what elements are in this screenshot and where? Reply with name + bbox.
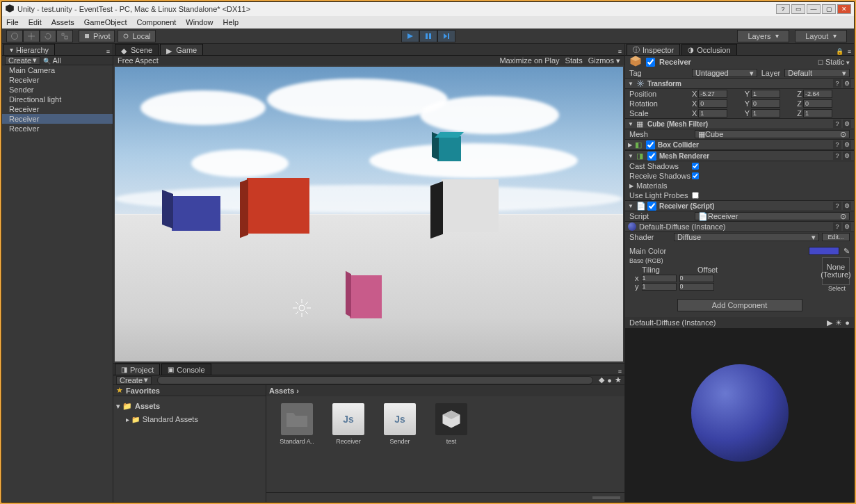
hand-tool[interactable] [6, 30, 23, 42]
local-toggle[interactable]: Local [118, 30, 155, 42]
filter-icon[interactable]: ◆ [599, 375, 604, 384]
help-icon[interactable]: ? [833, 202, 841, 210]
help-icon[interactable]: ? [833, 222, 841, 231]
menu-window[interactable]: Window [186, 18, 213, 26]
meshfilter-component-header[interactable]: ▼▦Cube (Mesh Filter) ?⚙ [625, 118, 854, 129]
favorites-header[interactable]: ★Favorites [113, 385, 266, 396]
hierarchy-item[interactable]: Sender [2, 85, 113, 95]
meshrenderer-component-header[interactable]: ▼◨Mesh Renderer ?⚙ [625, 150, 854, 161]
receive-shadows[interactable] [692, 172, 699, 179]
pos-z[interactable] [803, 90, 832, 98]
tiling-x[interactable] [642, 275, 677, 282]
shader-dropdown[interactable]: Diffuse▾ [674, 233, 819, 241]
gear-icon[interactable]: ⚙ [843, 202, 851, 210]
rotate-tool[interactable] [40, 30, 56, 42]
panel-menu-icon[interactable]: ≡ [618, 368, 622, 375]
tab-inspector[interactable]: ⓘ Inspector [627, 44, 680, 55]
help-icon[interactable]: ? [833, 140, 841, 149]
maximize-button[interactable]: ▢ [822, 4, 836, 14]
menu-gameobject[interactable]: GameObject [84, 18, 127, 26]
hierarchy-item[interactable]: Receiver [2, 75, 113, 85]
mesh-field[interactable]: ▦ Cube⊙ [695, 130, 850, 138]
material-header[interactable]: Default-Diffuse (Instance) ?⚙ [625, 221, 854, 232]
help-icon[interactable]: ? [833, 152, 841, 160]
tab-hierarchy[interactable]: ▾ Hierarchy [3, 44, 55, 55]
filter-icon[interactable]: ● [607, 376, 612, 384]
texture-slot[interactable]: None (Texture) [822, 257, 850, 285]
maximize-toggle[interactable]: Maximize on Play [499, 56, 559, 65]
menu-component[interactable]: Component [136, 18, 176, 26]
tiling-y[interactable] [642, 283, 677, 291]
breadcrumb[interactable]: Assets › [266, 385, 624, 396]
menu-assets[interactable]: Assets [51, 18, 74, 26]
menu-file[interactable]: File [6, 18, 19, 26]
tab-game[interactable]: ▶Game [160, 44, 203, 55]
icon-size-slider[interactable] [592, 496, 620, 499]
scale-y[interactable] [751, 109, 780, 117]
preview-play-icon[interactable]: ▶ [827, 318, 832, 327]
asset-script[interactable]: Js Sender [380, 403, 419, 445]
light-probes[interactable] [692, 192, 699, 199]
hierarchy-item-selected[interactable]: Receiver [2, 114, 113, 124]
gear-icon[interactable]: ⚙ [843, 120, 851, 128]
panel-menu-icon[interactable]: ≡ [618, 48, 622, 55]
rot-x[interactable] [698, 99, 727, 108]
scale-z[interactable] [803, 109, 832, 117]
gear-icon[interactable]: ⚙ [843, 79, 851, 88]
cast-shadows[interactable] [692, 163, 699, 170]
tab-scene[interactable]: ◆Scene [115, 44, 159, 55]
menu-help[interactable]: Help [223, 18, 239, 26]
tab-console[interactable]: ▣ Console [161, 364, 211, 375]
layout-dropdown[interactable]: Layout ▾ [795, 30, 847, 42]
transform-component-header[interactable]: ▼ Transform ?⚙ [625, 78, 854, 89]
materials-foldout[interactable]: Materials [636, 181, 668, 190]
gear-icon[interactable]: ⚙ [843, 140, 851, 149]
layers-dropdown[interactable]: Layers ▾ [737, 30, 789, 42]
add-component-button[interactable]: Add Component [677, 299, 802, 311]
panel-menu-icon[interactable]: ≡ [106, 48, 110, 55]
gear-icon[interactable]: ⚙ [843, 152, 851, 160]
tag-dropdown[interactable]: Untagged▾ [692, 69, 757, 77]
preview-light-icon[interactable]: ☀ [835, 318, 842, 327]
save-filter-icon[interactable]: ★ [615, 375, 622, 384]
step-button[interactable] [437, 30, 455, 42]
boxcollider-component-header[interactable]: ▶◧Box Collider ?⚙ [625, 139, 854, 150]
layer-dropdown[interactable]: Default▾ [784, 69, 850, 77]
hierarchy-item[interactable]: Receiver [2, 124, 113, 133]
pause-button[interactable] [419, 30, 437, 42]
scale-tool[interactable] [56, 30, 73, 42]
help-icon[interactable]: ? [833, 79, 841, 88]
minimize-button[interactable]: — [807, 4, 821, 14]
gizmos-dropdown[interactable]: Gizmos ▾ [588, 56, 620, 65]
component-enabled[interactable] [647, 202, 656, 211]
offset-y[interactable] [679, 283, 714, 291]
aspect-dropdown[interactable]: Free Aspect [118, 56, 159, 65]
gear-icon[interactable]: ⚙ [843, 222, 851, 231]
help-icon[interactable]: ? [833, 120, 841, 128]
component-enabled[interactable] [646, 140, 655, 149]
static-toggle[interactable]: Static [825, 58, 845, 66]
color-picker-icon[interactable]: ✎ [843, 247, 850, 256]
hierarchy-item[interactable]: Main Camera [2, 65, 113, 75]
hierarchy-filter[interactable]: All [53, 56, 61, 65]
restore-button[interactable]: ▭ [791, 4, 805, 14]
edit-shader-button[interactable]: Edit... [822, 233, 850, 241]
component-enabled[interactable] [647, 152, 656, 161]
assets-tree-item[interactable]: ▸ 📁 Standard Assets [118, 414, 261, 424]
texture-select[interactable]: Select [822, 285, 850, 292]
tab-project[interactable]: ◨ Project [115, 364, 160, 375]
pos-y[interactable] [751, 90, 780, 98]
asset-folder[interactable]: Standard A.. [277, 403, 316, 445]
menu-edit[interactable]: Edit [29, 18, 42, 26]
panel-menu-icon[interactable]: ≡ [848, 48, 851, 55]
project-search[interactable] [157, 376, 593, 384]
pivot-toggle[interactable]: Pivot [79, 30, 115, 42]
hierarchy-item[interactable]: Directional light [2, 95, 113, 104]
hierarchy-item[interactable]: Receiver [2, 104, 113, 114]
preview-mode-icon[interactable]: ● [845, 318, 850, 327]
offset-x[interactable] [679, 275, 714, 282]
main-color-swatch[interactable] [809, 247, 839, 255]
move-tool[interactable] [23, 30, 40, 42]
asset-scene[interactable]: test [432, 403, 471, 445]
project-create-dropdown[interactable]: Create ▾ [116, 376, 152, 384]
